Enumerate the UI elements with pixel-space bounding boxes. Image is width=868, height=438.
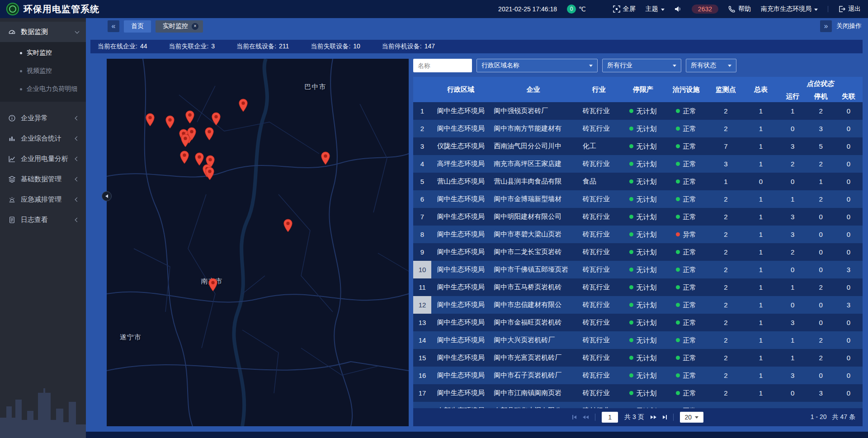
status-dot-icon	[676, 338, 680, 342]
map-panel[interactable]: 巴中市南充市遂宁市	[107, 59, 409, 426]
map-pin[interactable]	[212, 112, 221, 127]
sidebar-subitem-realtime-monitor[interactable]: 实时监控	[0, 44, 86, 62]
page-size-select[interactable]: 20	[680, 412, 703, 423]
map-pin[interactable]	[321, 151, 330, 167]
region-filter-select[interactable]: 行政区域名称	[476, 59, 598, 72]
name-filter-input[interactable]	[413, 59, 472, 72]
table-row[interactable]: 1 阆中生态环境局 阆中强锐页岩砖厂 砖瓦行业 无计划 正常 2 1 1 2 0	[413, 102, 863, 120]
close-operations-dropdown[interactable]: » 关闭操作	[820, 20, 862, 32]
row-stop-status-cell: 无计划	[622, 173, 665, 190]
announcement-button[interactable]	[675, 5, 682, 13]
table-row[interactable]: 13 阆中生态环境局 阆中市金福旺页岩机砖 砖瓦行业 无计划 正常 2 1 3 …	[413, 314, 863, 331]
pagination-first-button[interactable]	[572, 415, 576, 419]
row-stop-status-cell: 无计划	[622, 137, 665, 155]
row-company-cell[interactable]: 阆中强锐页岩砖厂	[490, 102, 576, 120]
sidebar-subitem-video-monitor[interactable]: 视频监控	[0, 62, 86, 80]
status-dot-icon	[629, 250, 633, 254]
sidebar-subitem-power-load-detail[interactable]: 企业电力负荷明细	[0, 80, 86, 98]
row-company-cell[interactable]: 阆中市金福旺页岩机砖	[490, 314, 576, 331]
row-company-cell[interactable]: 阆中市枣碧大梁山页岩	[490, 226, 576, 243]
row-company-cell[interactable]: 营山县润丰肉食品有限	[490, 173, 576, 190]
tabs-scroll-right-button[interactable]: »	[820, 20, 832, 32]
table-row[interactable]: 12 阆中生态环境局 阆中市忠信建材有限公 砖瓦行业 无计划 正常 2 1 0 …	[413, 296, 863, 314]
table-row[interactable]: 7 阆中生态环境局 阆中明阳建材有限公司 砖瓦行业 无计划 正常 2 1 3 0…	[413, 208, 863, 226]
row-facility-status-cell: 正常	[665, 331, 708, 349]
status-dot-icon	[629, 285, 633, 289]
row-company-cell[interactable]: 南充市高坪区王家店建	[490, 155, 576, 173]
pagination-prev-button[interactable]	[583, 415, 589, 419]
table-row[interactable]: 15 阆中生态环境局 阆中市光富页岩机砖厂 砖瓦行业 无计划 正常 2 1 1 …	[413, 349, 863, 367]
industry-filter-select[interactable]: 所有行业	[602, 59, 681, 72]
map-pin[interactable]	[181, 134, 190, 149]
row-industry-cell: 砖瓦行业	[576, 296, 622, 314]
table-row[interactable]: 16 阆中生态环境局 阆中市石子页岩机砖厂 砖瓦行业 无计划 正常 2 1 3 …	[413, 367, 863, 384]
row-company-cell[interactable]: 阆中市五马桥页岩机砖	[490, 278, 576, 296]
sidebar-item-data-monitoring[interactable]: 数据监测	[0, 22, 86, 42]
row-company-cell[interactable]: 阆中市忠信建材有限公	[490, 296, 576, 314]
status-dot-icon	[676, 162, 680, 166]
sidebar-item-emergency-reduction[interactable]: 应急减排管理	[0, 189, 86, 210]
row-company-cell[interactable]: 阆中明阳建材有限公司	[490, 208, 576, 226]
pagination-next-button[interactable]	[651, 415, 656, 419]
sidebar-item-power-analysis[interactable]: 企业用电量分析	[0, 149, 86, 169]
row-company-cell[interactable]: 南部县瑞华水泥有限公	[490, 402, 576, 408]
row-company-cell[interactable]: 阆中市光富页岩机砖厂	[490, 349, 576, 367]
col-stop-production: 停限产	[622, 77, 665, 102]
org-dropdown[interactable]: 南充市生态环境局	[761, 5, 818, 13]
row-company-cell[interactable]: 阆中市石子页岩机砖厂	[490, 367, 576, 384]
row-company-cell[interactable]: 阆中市金博瑞新型墙材	[490, 190, 576, 208]
map-pin[interactable]	[165, 115, 175, 131]
table-row[interactable]: 11 阆中生态环境局 阆中市五马桥页岩机砖 砖瓦行业 无计划 正常 2 1 1 …	[413, 278, 863, 296]
row-stopped-count-cell: 3	[807, 384, 835, 402]
table-row[interactable]: 14 阆中生态环境局 阆中大兴页岩机砖厂 砖瓦行业 无计划 正常 2 1 1 2…	[413, 331, 863, 349]
row-lost-count-cell: 0	[835, 137, 863, 155]
close-icon[interactable]: ×	[192, 23, 198, 30]
table-row[interactable]: 6 阆中生态环境局 阆中市金博瑞新型墙材 砖瓦行业 无计划 正常 2 1 1 2…	[413, 190, 863, 208]
sidebar-item-log-view[interactable]: 日志查看	[0, 210, 86, 230]
map-pin[interactable]	[180, 151, 189, 166]
tab-realtime-monitor[interactable]: 实时监控 ×	[156, 20, 203, 33]
row-company-cell[interactable]: 阆中市江南镇阆南页岩	[490, 384, 576, 402]
table-row[interactable]: 3 仪陇生态环境局 西南油气田分公司川中 化工 无计划 正常 7 1 3 5 0	[413, 137, 863, 155]
speaker-icon	[675, 5, 682, 13]
row-company-cell[interactable]: 阆中市千佛镇五郎垭页岩	[490, 261, 576, 278]
row-stop-status-cell: 无计划	[622, 120, 665, 137]
table-row[interactable]: 9 阆中生态环境局 阆中市二龙长宝页岩砖 砖瓦行业 无计划 正常 2 1 2 0…	[413, 243, 863, 261]
map-collapse-toggle[interactable]	[102, 191, 112, 201]
table-row[interactable]: 8 阆中生态环境局 阆中市枣碧大梁山页岩 砖瓦行业 无计划 异常 2 1 3 0…	[413, 226, 863, 243]
map-pin[interactable]	[283, 219, 293, 234]
table-row[interactable]: 2 阆中生态环境局 阆中市南方节能建材有 砖瓦行业 无计划 正常 2 1 0 3…	[413, 120, 863, 137]
logout-button[interactable]: 退出	[838, 5, 861, 13]
row-company-cell[interactable]: 阆中市南方节能建材有	[490, 120, 576, 137]
table-row[interactable]: 4 高坪生态环境局 南充市高坪区王家店建 砖瓦行业 无计划 正常 3 1 2 2…	[413, 155, 863, 173]
stat-lost-enterprises: 当前失联企业:3	[169, 42, 215, 51]
sidebar-item-enterprise-abnormal[interactable]: 企业异常	[0, 108, 86, 128]
pagination-last-button[interactable]	[663, 415, 667, 419]
table-row[interactable]: 10 阆中生态环境局 阆中市千佛镇五郎垭页岩 砖瓦行业 无计划 正常 2 1 0…	[413, 261, 863, 278]
sidebar-item-enterprise-statistics[interactable]: 企业综合统计	[0, 128, 86, 149]
table-row[interactable]: 18 南部生态环境局 南部县瑞华水泥有限公 建材行业 无计划 正常 2 1 0 …	[413, 402, 863, 408]
fullscreen-button[interactable]: 全屏	[613, 5, 636, 13]
tabs-scroll-left-button[interactable]: «	[108, 20, 119, 32]
map-pin[interactable]	[185, 110, 195, 126]
row-company-cell[interactable]: 阆中大兴页岩机砖厂	[490, 331, 576, 349]
table-row[interactable]: 5 营山生态环境局 营山县润丰肉食品有限 食品 无计划 正常 1 0 0 1 0	[413, 173, 863, 190]
table-row[interactable]: 17 阆中生态环境局 阆中市江南镇阆南页岩 砖瓦行业 无计划 正常 2 1 0 …	[413, 384, 863, 402]
alert-count-badge[interactable]: 2632	[692, 5, 718, 14]
map-pin[interactable]	[145, 113, 155, 128]
map-pin[interactable]	[205, 167, 215, 182]
tab-home[interactable]: 首页	[124, 20, 151, 33]
page-number-input[interactable]	[602, 412, 618, 423]
row-meter-count-cell: 1	[744, 226, 778, 243]
row-company-cell[interactable]: 西南油气田分公司川中	[490, 137, 576, 155]
row-facility-status-cell: 正常	[665, 208, 708, 226]
map-pin[interactable]	[238, 99, 248, 114]
map-pin[interactable]	[208, 278, 218, 293]
row-company-cell[interactable]: 阆中市二龙长宝页岩砖	[490, 243, 576, 261]
status-filter-select[interactable]: 所有状态	[686, 59, 736, 72]
help-button[interactable]: 帮助	[728, 5, 751, 13]
sidebar-item-base-data[interactable]: 基础数据管理	[0, 169, 86, 189]
theme-dropdown[interactable]: 主题	[646, 5, 665, 13]
map-pin[interactable]	[205, 127, 214, 142]
status-dot-icon	[676, 215, 680, 219]
